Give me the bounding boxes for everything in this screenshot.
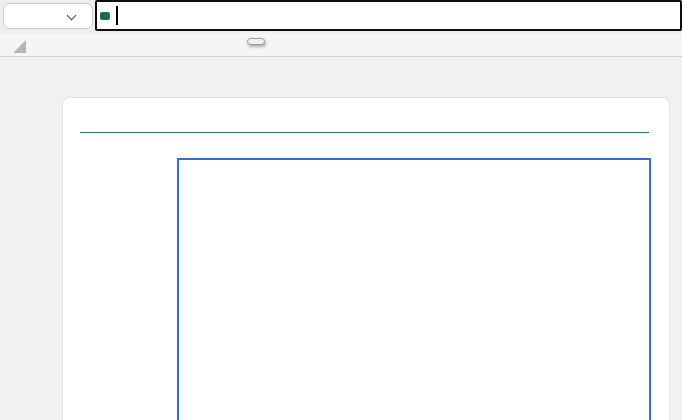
column-header-row (0, 33, 682, 57)
formula-input[interactable] (95, 0, 682, 31)
select-all-corner[interactable] (0, 33, 30, 56)
excel-window (0, 0, 682, 420)
select-all-triangle-icon (13, 40, 26, 53)
title-underline (80, 132, 649, 133)
python-badge (100, 12, 110, 20)
formula-bar-buttons (3, 3, 93, 29)
sheet-card (62, 97, 670, 420)
function-tooltip (247, 38, 265, 45)
chevron-down-icon[interactable] (68, 12, 76, 20)
text-cursor (116, 6, 118, 25)
formula-bar (0, 0, 682, 33)
